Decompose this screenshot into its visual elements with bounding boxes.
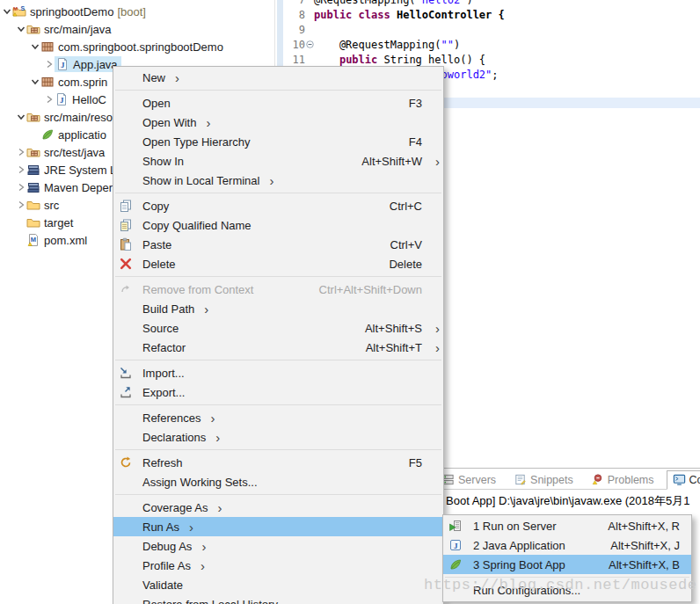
menu-item-shortcut: F3 [409,97,422,110]
tree-item-label: App.java [73,58,118,71]
tab-console[interactable]: Console [667,470,700,490]
menu-icon-spacer [117,597,135,604]
menu-item-refactor[interactable]: RefactorAlt+Shift+T› [113,338,443,357]
tree-item-label: com.sprin [58,76,107,89]
src-folder-icon [26,145,40,159]
project-icon: MS [12,4,26,18]
tree-row[interactable]: src/main/java [0,20,274,38]
submenu-arrow-icon: › [426,341,440,354]
submenu-arrow-icon: › [165,71,179,84]
menu-item-build-path[interactable]: Build Path› [113,299,443,318]
menu-icon-spacer [117,411,135,425]
menu-item-run-as[interactable]: Run As› [113,517,443,536]
menu-item-label: Import... [142,367,185,380]
menu-item-2-java-application[interactable]: J2 Java ApplicationAlt+Shift+X, J [443,535,691,555]
tree-chevron-icon[interactable] [44,94,55,105]
copy-icon [117,199,135,213]
tree-row[interactable]: MSspringbootDemo[boot] [0,3,274,20]
submenu-arrow-icon: › [194,302,208,316]
menu-item-shortcut: Alt+Shift+X, J [610,539,680,552]
menu-separator [445,577,689,578]
src-folder-icon [26,110,40,124]
menu-item-debug-as[interactable]: Debug As› [113,536,443,556]
pom-icon: M [26,233,40,247]
tree-chevron-icon[interactable] [30,41,40,52]
menu-item-open-type-hierarchy[interactable]: Open Type HierarchyF4 [113,132,443,151]
menu-icon-spacer [117,115,135,129]
tree-chevron-icon[interactable] [2,6,12,17]
menu-item-open[interactable]: OpenF3 [113,93,443,113]
menu-item-shortcut: Alt+Shift+T [366,341,422,354]
tree-item-label: src/main/reso [44,111,113,124]
menu-item-shortcut: Ctrl+Alt+Shift+Down [319,283,422,296]
menu-item-shortcut: Alt+Shift+W [361,155,422,168]
tab-snippets[interactable]: Snippets [508,471,579,489]
menu-item-validate[interactable]: Validate [113,575,443,594]
tree-item-label: src/test/java [44,146,105,159]
menu-item-run-configurations[interactable]: Run Configurations... [443,580,691,600]
tab-servers[interactable]: Servers [436,471,501,489]
tree-item-label: JRE System Li [44,164,119,177]
context-menu: New›OpenF3Open With›Open Type HierarchyF… [113,66,444,604]
run-server-icon [447,519,464,533]
menu-item-1-run-on-server[interactable]: 1 Run on ServerAlt+Shift+X, R [443,516,691,535]
tree-chevron-icon[interactable] [30,76,40,87]
tree-selected-row[interactable]: JApp.java [55,56,121,72]
menu-item-show-in-local-terminal[interactable]: Show in Local Terminal› [113,171,443,190]
menu-item-refresh[interactable]: RefreshF5 [113,453,443,472]
menu-separator [115,404,441,405]
svg-text:M: M [13,6,18,11]
tree-chevron-icon[interactable] [16,112,26,122]
tree-chevron-icon[interactable] [44,59,55,69]
menu-item-profile-as[interactable]: Profile As› [113,556,443,575]
menu-item-copy-qualified-name[interactable]: Copy Qualified Name [113,215,443,235]
tree-chevron-icon[interactable] [16,164,26,175]
menu-item-declarations[interactable]: Declarations› [113,427,443,447]
menu-item-shortcut: F5 [409,456,422,469]
menu-item-label: Declarations [142,431,206,444]
menu-item-show-in[interactable]: Show InAlt+Shift+W› [113,151,443,171]
code-token: @RequestMapping( [314,39,441,51]
menu-item-assign-working-sets[interactable]: Assign Working Sets... [113,472,443,491]
tree-chevron-icon[interactable] [16,182,26,193]
import-icon [117,366,135,380]
menu-separator [115,360,441,360]
menu-item-label: Export... [142,386,185,399]
menu-item-shortcut: Alt+Shift+S [365,322,422,335]
tree-item-label: com.springboot.springbootDemo [58,40,223,54]
snippets-icon [514,473,527,486]
run-as-submenu: 1 Run on ServerAlt+Shift+X, RJ2 Java App… [442,514,692,602]
code-token: @RequestMapping( [314,0,416,6]
tab-problems[interactable]: Problems [586,471,660,489]
submenu-arrow-icon: › [206,431,220,444]
tree-row[interactable]: com.springboot.springbootDemo [0,38,274,55]
export-icon [117,385,135,399]
folder-icon [26,215,40,229]
tree-chevron-icon[interactable] [16,24,26,34]
menu-item-shortcut: Delete [389,258,422,271]
code-token [314,54,339,66]
tree-chevron-icon[interactable] [16,147,26,157]
fold-collapse-icon[interactable] [305,40,314,48]
tree-chevron-icon[interactable] [16,200,26,210]
menu-item-restore-from-local-history[interactable]: Restore from Local History [113,594,443,604]
menu-item-delete[interactable]: DeleteDelete [113,254,443,273]
line-number: 8 [275,9,305,21]
menu-item-coverage-as[interactable]: Coverage As› [113,498,443,517]
menu-item-paste[interactable]: PasteCtrl+V [113,235,443,254]
menu-item-copy[interactable]: CopyCtrl+C [113,196,443,215]
menu-item-label: Open Type Hierarchy [142,135,251,149]
menu-item-source[interactable]: SourceAlt+Shift+S› [113,318,443,338]
tree-chevron-icon [30,129,40,140]
code-token: class [359,9,390,21]
menu-item-export[interactable]: Export... [113,382,443,402]
menu-item-references[interactable]: References› [113,408,443,427]
menu-item-label: Coverage As [142,501,208,514]
menu-item-open-with[interactable]: Open With› [113,113,443,132]
menu-item-import[interactable]: Import... [113,363,443,382]
menu-icon-spacer [117,302,135,316]
menu-item-3-spring-boot-app[interactable]: 3 Spring Boot AppAlt+Shift+X, B [443,555,691,574]
menu-item-new[interactable]: New› [113,68,443,87]
tree-item-label: src [44,199,59,212]
code-token [352,9,358,21]
